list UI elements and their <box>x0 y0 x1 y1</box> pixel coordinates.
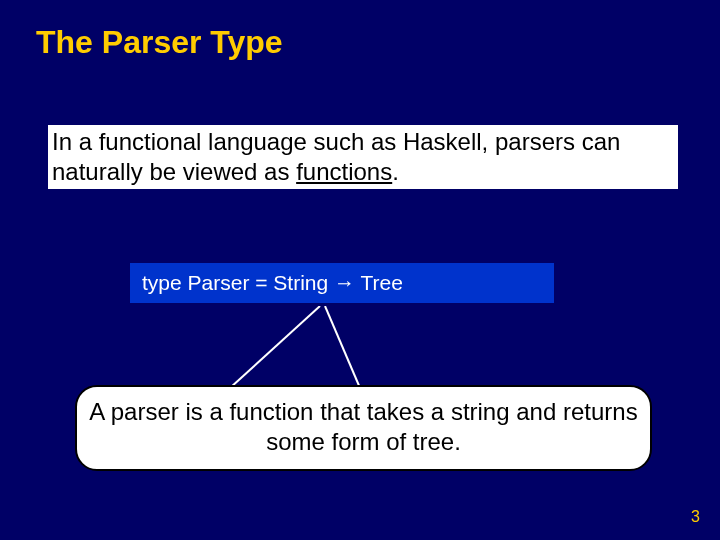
code-pre: type Parser = String <box>142 271 334 294</box>
slide-title: The Parser Type <box>36 24 283 61</box>
code-post: Tree <box>355 271 403 294</box>
body-underlined: functions <box>296 158 392 185</box>
arrow-icon: → <box>334 271 355 294</box>
connector-line <box>210 306 380 390</box>
callout-box: A parser is a function that takes a stri… <box>75 385 652 471</box>
body-post: . <box>392 158 399 185</box>
body-paragraph: In a functional language such as Haskell… <box>48 125 678 189</box>
code-box: type Parser = String → Tree <box>130 263 554 303</box>
page-number: 3 <box>691 508 700 526</box>
